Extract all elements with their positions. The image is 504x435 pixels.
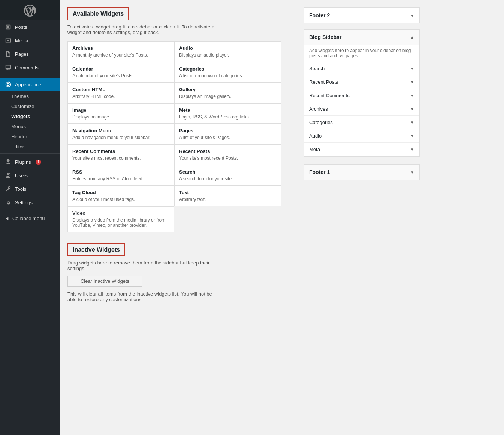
sidebar-item-posts[interactable]: Posts xyxy=(0,20,60,34)
widget-calendar-name: Calendar xyxy=(72,66,169,72)
blog-sidebar-widget-archives[interactable]: Archives ▼ xyxy=(304,102,419,116)
widget-image[interactable]: Image Displays an image. xyxy=(67,103,174,124)
blog-sidebar-widget-recent-posts[interactable]: Recent Posts ▼ xyxy=(304,75,419,89)
blog-sidebar-widget-recent-posts-label: Recent Posts xyxy=(309,79,338,85)
blog-sidebar-meta-chevron-icon: ▼ xyxy=(410,147,414,152)
widget-text-desc: Arbitrary text. xyxy=(179,197,276,202)
wordpress-logo xyxy=(0,0,60,20)
widget-custom-html[interactable]: Custom HTML Arbitrary HTML code. xyxy=(67,82,174,103)
blog-sidebar-widget-meta[interactable]: Meta ▼ xyxy=(304,143,419,156)
blog-sidebar-widget-audio-label: Audio xyxy=(309,133,322,139)
widget-tag-cloud-desc: A cloud of your most used tags. xyxy=(72,197,169,202)
blog-sidebar-recent-comments-chevron-icon: ▼ xyxy=(410,93,414,98)
widget-search[interactable]: Search A search form for your site. xyxy=(174,165,281,186)
widget-tag-cloud[interactable]: Tag Cloud A cloud of your most used tags… xyxy=(67,186,174,206)
sidebar-sub-themes[interactable]: Themes xyxy=(0,91,60,101)
widget-image-desc: Displays an image. xyxy=(72,114,169,120)
collapse-menu-button[interactable]: ◄ Collapse menu xyxy=(0,213,60,224)
widget-image-name: Image xyxy=(72,107,169,113)
widget-meta[interactable]: Meta Login, RSS, & WordPress.org links. xyxy=(174,103,281,124)
sidebar-item-pages-label: Pages xyxy=(15,51,29,57)
sidebar-item-media[interactable]: Media xyxy=(0,34,60,47)
widget-search-name: Search xyxy=(179,169,276,175)
widget-recent-comments-desc: Your site's most recent comments. xyxy=(72,156,169,161)
widget-calendar-desc: A calendar of your site's Posts. xyxy=(72,73,169,78)
widget-categories[interactable]: Categories A list or dropdown of categor… xyxy=(174,62,281,82)
widget-navigation-menu[interactable]: Navigation Menu Add a navigation menu to… xyxy=(67,124,174,144)
sidebar-item-comments[interactable]: Comments xyxy=(0,61,60,74)
sidebar-item-plugins-label: Plugins xyxy=(15,159,31,165)
posts-icon xyxy=(4,23,12,31)
widget-rss[interactable]: RSS Entries from any RSS or Atom feed. xyxy=(67,165,174,186)
blog-sidebar-widget-audio[interactable]: Audio ▼ xyxy=(304,129,419,143)
blog-sidebar-header[interactable]: Blog Sidebar ▲ xyxy=(304,30,419,45)
widget-text[interactable]: Text Arbitrary text. xyxy=(174,186,281,206)
widget-pages[interactable]: Pages A list of your site's Pages. xyxy=(174,124,281,144)
sidebar-sub-header[interactable]: Header xyxy=(0,132,60,142)
blog-sidebar-widget-recent-comments-label: Recent Comments xyxy=(309,93,350,98)
footer1-header[interactable]: Footer 1 ▼ xyxy=(304,165,419,180)
plugins-icon xyxy=(4,158,12,166)
widget-navigation-menu-desc: Add a navigation menu to your sidebar. xyxy=(72,135,169,140)
inactive-widgets-section: Inactive Widgets Drag widgets here to re… xyxy=(67,243,289,302)
sidebar-item-appearance[interactable]: Appearance xyxy=(0,78,60,91)
blog-sidebar-widget-recent-comments[interactable]: Recent Comments ▼ xyxy=(304,89,419,102)
blog-sidebar-categories-chevron-icon: ▼ xyxy=(410,120,414,124)
widget-audio[interactable]: Audio Displays an audio player. xyxy=(174,41,281,62)
widget-custom-html-desc: Arbitrary HTML code. xyxy=(72,94,169,99)
sidebar-sub-customize[interactable]: Customize xyxy=(0,101,60,111)
tools-icon xyxy=(4,185,12,193)
users-icon xyxy=(4,172,12,179)
svg-point-0 xyxy=(7,173,9,175)
footer2-chevron-icon: ▼ xyxy=(410,14,414,18)
sidebar-item-tools[interactable]: Tools xyxy=(0,182,60,196)
widget-calendar[interactable]: Calendar A calendar of your site's Posts… xyxy=(67,62,174,82)
sidebar-sub-menus[interactable]: Menus xyxy=(0,122,60,132)
blog-sidebar-search-chevron-icon: ▼ xyxy=(410,66,414,70)
blog-sidebar-widget-categories[interactable]: Categories ▼ xyxy=(304,116,419,129)
comments-icon xyxy=(4,64,12,71)
footer1-chevron-icon: ▼ xyxy=(410,170,414,174)
plugins-badge: 1 xyxy=(36,160,42,165)
sidebar-item-users-label: Users xyxy=(15,173,28,178)
widget-custom-html-name: Custom HTML xyxy=(72,87,169,92)
widget-grid: Archives A monthly archive of your site'… xyxy=(67,41,281,232)
widget-recent-posts[interactable]: Recent Posts Your site's most recent Pos… xyxy=(174,144,281,165)
widget-video[interactable]: Video Displays a video from the media li… xyxy=(67,206,174,232)
sidebar-item-settings[interactable]: Settings xyxy=(0,196,60,209)
widget-navigation-menu-name: Navigation Menu xyxy=(72,128,169,134)
appearance-icon xyxy=(4,81,12,88)
sidebar-item-plugins[interactable]: Plugins 1 xyxy=(0,155,60,169)
widget-recent-comments[interactable]: Recent Comments Your site's most recent … xyxy=(67,144,174,165)
widget-pages-desc: A list of your site's Pages. xyxy=(179,135,276,140)
widget-categories-name: Categories xyxy=(179,66,276,72)
inactive-widgets-desc: Drag widgets here to remove them from th… xyxy=(67,260,217,271)
footer1-panel: Footer 1 ▼ xyxy=(304,164,420,180)
footer2-title: Footer 2 xyxy=(309,12,330,18)
widget-grid-empty xyxy=(174,206,281,232)
sidebar-sub-widgets[interactable]: Widgets xyxy=(0,111,60,122)
widget-rss-name: RSS xyxy=(72,169,169,175)
blog-sidebar-archives-chevron-icon: ▼ xyxy=(410,107,414,111)
sidebar-item-users[interactable]: Users xyxy=(0,169,60,182)
inactive-widgets-title: Inactive Widgets xyxy=(67,243,125,256)
widget-gallery[interactable]: Gallery Displays an image gallery. xyxy=(174,82,281,103)
widget-archives[interactable]: Archives A monthly archive of your site'… xyxy=(67,41,174,62)
widget-video-name: Video xyxy=(72,210,169,216)
collapse-icon: ◄ xyxy=(4,216,9,221)
blog-sidebar-widget-search-label: Search xyxy=(309,66,325,71)
blog-sidebar-widget-search[interactable]: Search ▼ xyxy=(304,62,419,75)
sidebar-item-pages[interactable]: Pages xyxy=(0,47,60,61)
sidebar-sub-editor[interactable]: Editor xyxy=(0,142,60,152)
blog-sidebar-widget-archives-label: Archives xyxy=(309,106,328,112)
sidebar-item-media-label: Media xyxy=(15,38,28,44)
sidebar: Posts Media Pages Comments Appearance Th… xyxy=(0,0,60,435)
available-widgets-desc: To activate a widget drag it to a sideba… xyxy=(67,24,217,35)
footer2-header[interactable]: Footer 2 ▼ xyxy=(304,8,419,23)
clear-inactive-widgets-button[interactable]: Clear Inactive Widgets xyxy=(67,276,142,286)
blog-sidebar-chevron-icon: ▲ xyxy=(410,35,414,39)
widget-recent-posts-desc: Your site's most recent Posts. xyxy=(179,156,276,161)
collapse-menu-label: Collapse menu xyxy=(12,216,45,221)
media-icon xyxy=(4,37,12,44)
widget-gallery-name: Gallery xyxy=(179,87,276,92)
